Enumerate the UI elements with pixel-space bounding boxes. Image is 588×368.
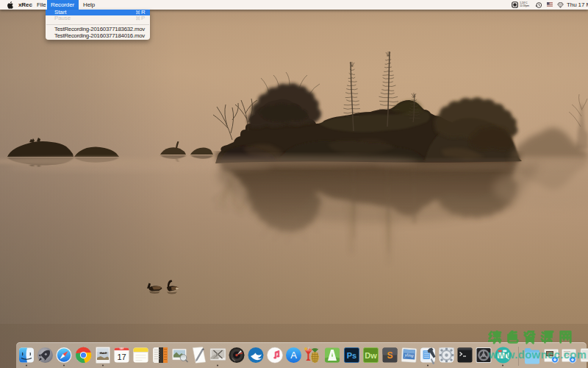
svg-text:A: A bbox=[290, 350, 297, 361]
svg-text:Ps: Ps bbox=[347, 351, 356, 360]
svg-text:MAR: MAR bbox=[120, 347, 124, 350]
svg-text:yling: yling bbox=[404, 353, 413, 358]
svg-text:Dw: Dw bbox=[365, 351, 377, 360]
svg-text:17: 17 bbox=[117, 353, 126, 361]
svg-text:S: S bbox=[387, 350, 392, 361]
